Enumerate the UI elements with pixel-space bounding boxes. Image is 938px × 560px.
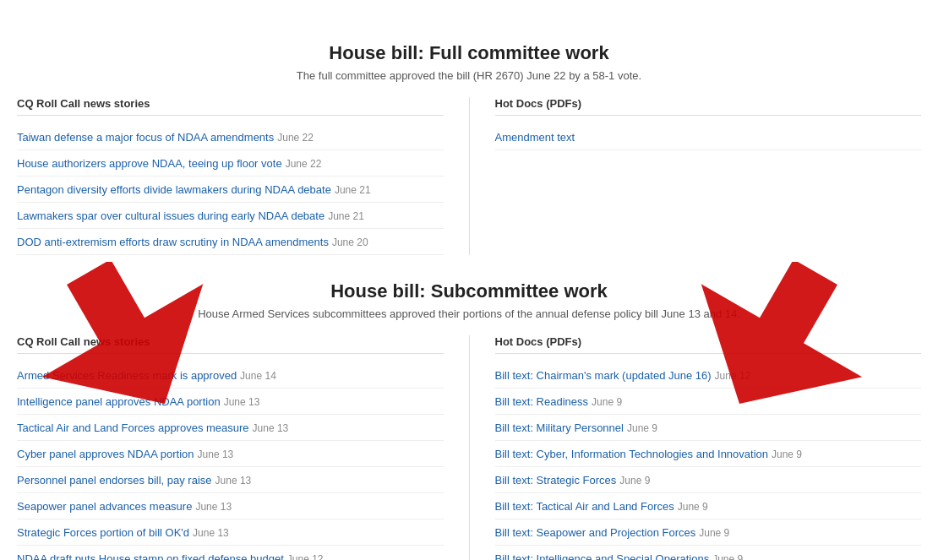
news-item: Armed Services Readiness mark is approve… xyxy=(17,362,444,389)
news-link[interactable]: NDAA draft puts House stamp on fixed def… xyxy=(17,552,284,560)
news-date: June 21 xyxy=(335,184,371,196)
news-link[interactable]: Seapower panel advances measure xyxy=(17,500,192,513)
doc-date: June 9 xyxy=(592,396,622,408)
doc-item: Bill text: ReadinessJune 9 xyxy=(495,389,922,415)
news-link[interactable]: DOD anti-extremism efforts draw scrutiny… xyxy=(17,236,329,248)
news-link[interactable]: Personnel panel endorses bill, pay raise xyxy=(17,474,212,487)
doc-item: Bill text: Cyber, Information Technologi… xyxy=(495,441,922,467)
news-date: June 13 xyxy=(215,475,252,487)
news-date: June 20 xyxy=(332,237,368,248)
news-item: Taiwan defense a major focus of NDAA ame… xyxy=(17,124,444,150)
doc-item: Bill text: Intelligence and Special Oper… xyxy=(495,546,922,560)
doc-date: June 9 xyxy=(772,449,802,460)
full-committee-news-list: Taiwan defense a major focus of NDAA ame… xyxy=(17,124,444,255)
doc-link[interactable]: Bill text: Military Personnel xyxy=(495,421,624,434)
full-committee-docs-list: Amendment text xyxy=(495,124,922,150)
news-item: Pentagon diversity efforts divide lawmak… xyxy=(17,177,444,203)
news-item: Cyber panel approves NDAA portionJune 13 xyxy=(17,441,444,467)
doc-item: Bill text: Seapower and Projection Force… xyxy=(495,519,922,546)
subcommittee-title: House bill: Subcommittee work xyxy=(17,280,921,302)
doc-link[interactable]: Bill text: Chairman's mark (updated June… xyxy=(495,369,712,382)
full-committee-title: House bill: Full committee work xyxy=(17,42,921,64)
full-committee-left-header: CQ Roll Call news stories xyxy=(17,97,444,116)
news-item: DOD anti-extremism efforts draw scrutiny… xyxy=(17,229,444,255)
news-link[interactable]: Armed Services Readiness mark is approve… xyxy=(17,369,237,382)
doc-date: June 9 xyxy=(619,475,650,487)
news-item: Seapower panel advances measureJune 13 xyxy=(17,493,444,519)
news-date: June 13 xyxy=(224,396,260,408)
doc-item: Bill text: Chairman's mark (updated June… xyxy=(495,362,922,389)
news-item: Strategic Forces portion of bill OK'dJun… xyxy=(17,519,444,546)
news-date: June 22 xyxy=(286,158,322,170)
news-date: June 14 xyxy=(240,370,276,382)
subcommittee-subtitle: House Armed Services subcommittees appro… xyxy=(17,307,921,320)
doc-link[interactable]: Bill text: Cyber, Information Technologi… xyxy=(495,448,769,460)
doc-link[interactable]: Bill text: Intelligence and Special Oper… xyxy=(495,552,710,560)
doc-link[interactable]: Bill text: Seapower and Projection Force… xyxy=(495,526,696,539)
doc-link[interactable]: Amendment text xyxy=(495,131,575,144)
doc-date: June 9 xyxy=(699,527,729,539)
doc-date: June 12 xyxy=(715,370,751,382)
news-date: June 13 xyxy=(193,527,229,539)
doc-link[interactable]: Bill text: Readiness xyxy=(495,395,589,408)
news-link[interactable]: Strategic Forces portion of bill OK'd xyxy=(17,526,189,539)
doc-date: June 9 xyxy=(678,501,708,513)
news-link[interactable]: Pentagon diversity efforts divide lawmak… xyxy=(17,183,331,196)
news-date: June 12 xyxy=(287,553,324,560)
news-date: June 13 xyxy=(253,422,289,434)
subcommittee-docs-list: Bill text: Chairman's mark (updated June… xyxy=(495,362,922,560)
subcommittee-left-header: CQ Roll Call news stories xyxy=(17,335,444,354)
news-date: June 21 xyxy=(328,210,364,222)
doc-link[interactable]: Bill text: Strategic Forces xyxy=(495,474,617,487)
news-item: Lawmakers spar over cultural issues duri… xyxy=(17,203,444,229)
news-item: Personnel panel endorses bill, pay raise… xyxy=(17,467,444,493)
doc-item: Bill text: Strategic ForcesJune 9 xyxy=(495,467,922,493)
news-item: NDAA draft puts House stamp on fixed def… xyxy=(17,546,444,560)
news-link[interactable]: House authorizers approve NDAA, teeing u… xyxy=(17,157,282,170)
full-committee-subtitle: The full committee approved the bill (HR… xyxy=(17,69,921,82)
news-link[interactable]: Taiwan defense a major focus of NDAA ame… xyxy=(17,131,274,144)
doc-date: June 9 xyxy=(712,553,743,560)
news-link[interactable]: Intelligence panel approves NDAA portion xyxy=(17,395,221,408)
news-date: June 13 xyxy=(198,449,234,460)
subcommittee-news-list: Armed Services Readiness mark is approve… xyxy=(17,362,444,560)
news-link[interactable]: Cyber panel approves NDAA portion xyxy=(17,448,194,460)
news-date: June 13 xyxy=(195,501,232,513)
doc-date: June 9 xyxy=(627,422,657,434)
news-item: House authorizers approve NDAA, teeing u… xyxy=(17,150,444,177)
doc-item: Bill text: Military PersonnelJune 9 xyxy=(495,415,922,441)
doc-item: Bill text: Tactical Air and Land ForcesJ… xyxy=(495,493,922,519)
news-date: June 22 xyxy=(277,132,314,144)
full-committee-right-header: Hot Docs (PDFs) xyxy=(495,97,922,116)
doc-item: Amendment text xyxy=(495,124,922,150)
news-link[interactable]: Tactical Air and Land Forces approves me… xyxy=(17,421,249,434)
news-item: Tactical Air and Land Forces approves me… xyxy=(17,415,444,441)
subcommittee-right-header: Hot Docs (PDFs) xyxy=(495,335,922,354)
news-link[interactable]: Lawmakers spar over cultural issues duri… xyxy=(17,209,324,222)
news-item: Intelligence panel approves NDAA portion… xyxy=(17,389,444,415)
doc-link[interactable]: Bill text: Tactical Air and Land Forces xyxy=(495,500,674,513)
